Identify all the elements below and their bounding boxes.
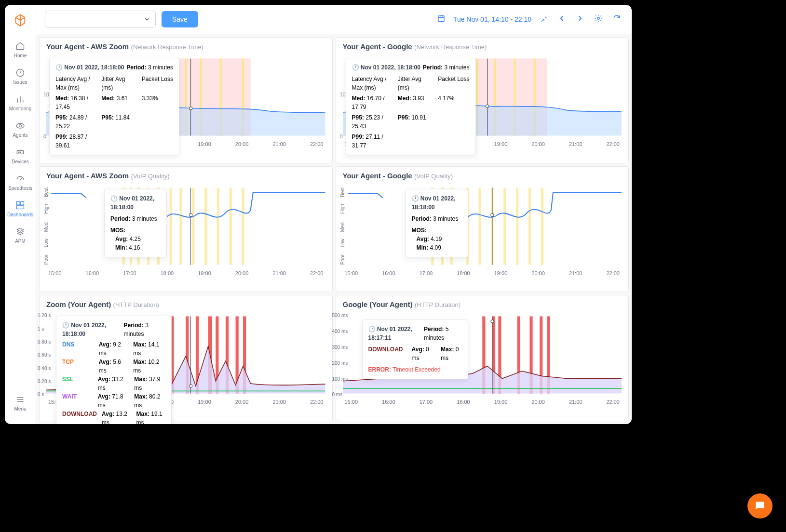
panel-google-voip: Your Agent - Google (VoIP Quality) BestH… [336,166,629,293]
svg-point-66 [189,385,192,387]
panel-title: Zoom (Your Agent) [46,300,111,308]
svg-point-75 [490,320,493,323]
sidebar-item-label: Menu [14,406,26,412]
sidebar-item-label: Agents [13,133,27,138]
svg-rect-7 [17,206,24,209]
chart-network-aws[interactable]: 100 🕐 Nov 01 2022, 18:18:00Period: 3 min… [46,55,325,139]
sidebar-item-menu[interactable]: Menu [5,390,36,416]
tooltip-voip: 🕐 Nov 01 2022, 18:18:00 Period: 3 minute… [406,189,468,257]
panel-title: Your Agent - AWS Zoom [46,172,129,180]
svg-point-44 [189,213,192,216]
gear-icon[interactable] [592,12,605,27]
logo-icon [14,13,27,27]
sidebar-item-dashboards[interactable]: Dashboards [5,196,36,222]
panel-aws-zoom-voip: Your Agent - AWS Zoom (VoIP Quality) Bes… [39,166,333,293]
main-content: Save Tue Nov 01, 14:10 - 22:10 Your Agen… [36,5,632,424]
svg-rect-8 [438,16,444,22]
sidebar-item-label: Dashboards [7,212,33,217]
panel-google-network: Your Agent - Google (Network Response Ti… [336,37,629,163]
tooltip-http: 🕐 Nov 01 2022, 18:17:11Period: 5 minutes… [362,319,468,379]
svg-point-1 [19,125,22,127]
chart-network-google[interactable]: 100 🕐 Nov 01 2022, 18:18:00Period: 3 min… [343,55,622,139]
panel-zoom-http: Zoom (Your Agent) (HTTP Duration) 1.20 s… [39,295,333,421]
sidebar: Home Issues Monitoring Agents Devices Sp… [5,5,36,424]
panel-subtitle: (VoIP Quality) [131,173,170,180]
panel-subtitle: (Network Response Time) [414,43,487,51]
svg-rect-6 [21,202,24,205]
svg-point-30 [486,105,488,108]
tooltip-http: 🕐 Nov 01 2022, 18:18:00Period: 3 minutes… [56,316,172,424]
sidebar-item-monitoring[interactable]: Monitoring [5,90,36,116]
svg-point-4 [20,152,21,153]
sidebar-item-home[interactable]: Home [5,37,36,63]
topbar: Save Tue Nov 01, 14:10 - 22:10 [36,5,632,34]
chart-voip-google[interactable]: BestHighMed.LowPoor 🕐 Nov 01 2022, 18:18… [343,184,622,268]
chart-http-zoom[interactable]: 1.20 s1 s0.80 s0.60 s0.40 s0.20 s0 s 🕐 N… [46,313,325,397]
app-window: Home Issues Monitoring Agents Devices Sp… [5,5,632,424]
sidebar-item-label: APM [15,239,26,244]
chart-http-google[interactable]: 500 ms400 ms300 ms200 ms100 ms0 ms 🕐 Nov… [343,313,622,397]
pin-icon[interactable] [537,12,550,27]
sidebar-item-label: Monitoring [9,106,32,111]
sidebar-item-label: Issues [14,80,27,85]
date-range[interactable]: Tue Nov 01, 14:10 - 22:10 [453,15,531,23]
sidebar-item-apm[interactable]: APM [5,222,36,249]
panel-title: Your Agent - Google [343,172,412,180]
sidebar-item-issues[interactable]: Issues [5,63,36,90]
sidebar-item-label: Speedtests [8,186,32,191]
chevron-down-icon [144,16,150,23]
dashboard-grid: Your Agent - AWS Zoom (Network Response … [36,34,632,424]
next-button[interactable] [574,12,586,27]
sidebar-item-agents[interactable]: Agents [5,116,36,143]
sidebar-item-label: Devices [12,159,29,164]
dashboard-select[interactable] [45,11,156,28]
chart-voip-aws[interactable]: BestHighMed.LowPoor 🕐 Nov 01 2022, 18:18… [46,184,325,268]
panel-aws-zoom-network: Your Agent - AWS Zoom (Network Response … [39,37,333,163]
svg-rect-5 [17,202,20,205]
svg-point-56 [490,213,493,216]
panel-subtitle: (HTTP Duration) [113,301,159,308]
panel-title: Google (Your Agent) [343,300,413,308]
tooltip-network: 🕐 Nov 01 2022, 18:18:00Period: 3 minutes… [346,58,476,155]
tooltip-network: 🕐 Nov 01 2022, 18:18:00Period: 3 minutes… [49,58,179,155]
tooltip-voip: 🕐 Nov 01 2022, 18:18:00 Period: 3 minute… [104,189,167,257]
panel-subtitle: (VoIP Quality) [414,173,453,180]
refresh-icon[interactable] [610,12,623,27]
save-button[interactable]: Save [162,11,198,27]
calendar-icon[interactable] [435,12,447,27]
panel-subtitle: (HTTP Duration) [415,301,461,308]
sidebar-item-speedtests[interactable]: Speedtests [5,169,36,196]
panel-title: Your Agent - Google [343,42,412,51]
panel-subtitle: (Network Response Time) [131,43,203,51]
chart-svg [46,184,325,268]
chart-svg [343,184,622,268]
sidebar-item-devices[interactable]: Devices [5,143,36,169]
svg-point-20 [189,107,192,110]
svg-point-3 [18,152,19,153]
panel-google-http: Google (Your Agent) (HTTP Duration) 500 … [336,295,629,421]
panel-title: Your Agent - AWS Zoom [46,42,129,51]
sidebar-item-label: Home [14,53,27,58]
svg-point-9 [597,17,600,20]
prev-button[interactable] [556,12,568,27]
